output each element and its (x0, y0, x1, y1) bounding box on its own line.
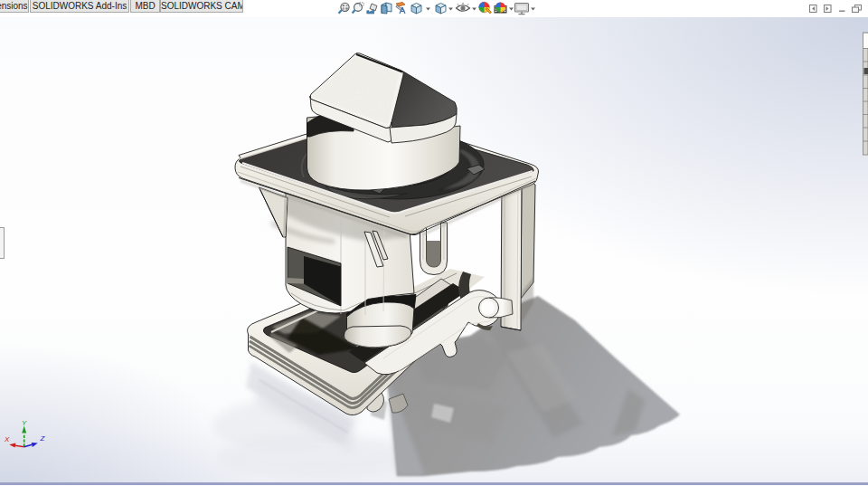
svg-text:X: X (4, 435, 10, 443)
svg-text:Z: Z (40, 434, 46, 443)
svg-text:Y: Y (22, 419, 27, 427)
